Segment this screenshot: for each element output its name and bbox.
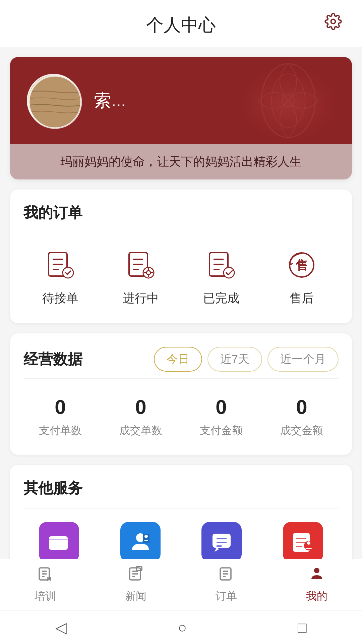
stat-paid-orders: 0 支付单数: [23, 395, 97, 438]
business-stats: 0 支付单数 0 成交单数 0 支付金额 0 成交金额: [23, 395, 339, 438]
order-item-inprogress[interactable]: 进行中: [104, 247, 178, 307]
settings-icon[interactable]: [324, 13, 342, 34]
order-item-pending[interactable]: 待接单: [23, 247, 97, 307]
services-title: 其他服务: [23, 478, 339, 498]
android-home-button[interactable]: ○: [178, 619, 187, 636]
svg-point-45: [307, 541, 310, 545]
deal-orders-value: 0: [135, 395, 146, 419]
deal-amount-label: 成交金额: [280, 423, 323, 438]
filter-7days[interactable]: 近7天: [207, 347, 262, 372]
deal-orders-label: 成交单数: [119, 423, 162, 438]
filter-today[interactable]: 今日: [154, 347, 202, 372]
stat-paid-amount: 0 支付金额: [184, 395, 258, 438]
android-nav: ◁ ○ □: [0, 610, 362, 644]
completed-label: 已完成: [203, 290, 239, 307]
floral-decoration: [231, 60, 345, 141]
nav-item-mine[interactable]: 我的: [283, 566, 350, 604]
bottom-nav: 培训 新闻 订单: [0, 559, 362, 610]
wallet-icon-wrap: [39, 522, 79, 562]
svg-point-3: [282, 95, 294, 107]
android-recent-button[interactable]: □: [298, 619, 307, 636]
business-section: 经营数据 今日 近7天 近一个月 0 支付单数 0 成交单数 0 支付金额 0 …: [10, 333, 352, 455]
profile-name: 索...: [94, 89, 126, 112]
pending-icon: [42, 247, 79, 283]
news-nav-label: 新闻: [125, 589, 146, 604]
svg-point-12: [63, 267, 73, 278]
review-icon-wrap: [201, 522, 242, 562]
header: 个人中心: [0, 0, 362, 47]
svg-point-27: [224, 267, 234, 278]
profile-slogan: 玛丽妈妈的使命，让天下的妈妈活出精彩人生: [60, 155, 302, 168]
svg-point-1: [261, 64, 315, 138]
business-header: 经营数据 今日 近7天 近一个月: [23, 347, 339, 372]
deal-amount-value: 0: [296, 395, 307, 419]
svg-text:售: 售: [296, 258, 308, 272]
stat-deal-orders: 0 成交单数: [104, 395, 178, 438]
paid-amount-label: 支付金额: [200, 423, 243, 438]
nav-item-orders[interactable]: 订单: [193, 566, 260, 604]
orders-grid: 待接单 进行中: [23, 247, 339, 307]
training-nav-label: 培训: [35, 589, 56, 604]
paid-orders-value: 0: [55, 395, 66, 419]
technician-icon-wrap: [283, 522, 323, 562]
pending-label: 待接单: [42, 290, 78, 307]
orders-nav-icon: [218, 566, 234, 586]
paid-orders-label: 支付单数: [39, 423, 82, 438]
mine-nav-label: 我的: [306, 589, 327, 604]
svg-point-2: [272, 74, 305, 127]
stat-deal-amount: 0 成交金额: [265, 395, 339, 438]
training-nav-icon: [37, 566, 53, 586]
orders-nav-label: 订单: [216, 589, 237, 604]
order-item-aftersale[interactable]: 售 售后: [265, 247, 339, 307]
inprogress-label: 进行中: [123, 290, 159, 307]
filter-1month[interactable]: 近一个月: [267, 347, 339, 372]
aftersale-label: 售后: [290, 290, 314, 307]
customer-icon-wrap: [120, 522, 161, 562]
android-back-button[interactable]: ◁: [55, 619, 67, 636]
news-nav-icon: [128, 566, 144, 586]
avatar: [27, 74, 80, 127]
nav-item-news[interactable]: 新闻: [102, 566, 169, 604]
svg-point-32: [63, 542, 65, 544]
order-item-completed[interactable]: 已完成: [184, 247, 258, 307]
page-title: 个人中心: [146, 13, 216, 37]
business-title: 经营数据: [23, 350, 82, 369]
profile-card: 索... 玛丽妈妈的使命，让天下的妈妈活出精彩人生: [10, 57, 352, 179]
svg-point-0: [331, 19, 336, 24]
aftersale-icon: 售: [283, 247, 320, 283]
orders-section: 我的订单 待接单: [10, 190, 352, 323]
mine-nav-icon: [309, 566, 325, 586]
orders-title: 我的订单: [23, 203, 339, 223]
nav-item-training[interactable]: 培训: [12, 566, 79, 604]
inprogress-icon: [122, 247, 159, 283]
profile-top: 索...: [10, 57, 352, 144]
paid-amount-value: 0: [216, 395, 227, 419]
svg-point-35: [144, 535, 148, 538]
svg-point-59: [314, 568, 319, 573]
completed-icon: [203, 247, 240, 283]
profile-slogan-bar: 玛丽妈妈的使命，让天下的妈妈活出精彩人生: [10, 144, 352, 179]
business-filters: 今日 近7天 近一个月: [154, 347, 339, 372]
